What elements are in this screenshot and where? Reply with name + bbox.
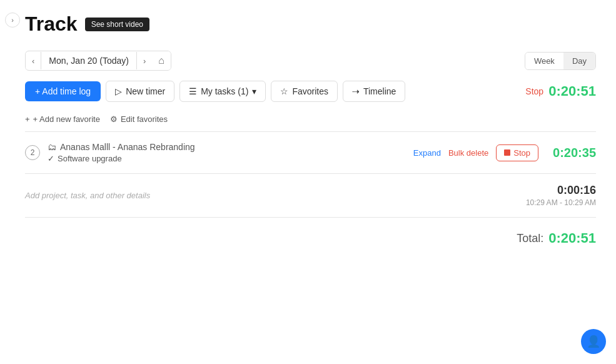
global-stop-button[interactable]: Stop [525, 86, 543, 96]
my-tasks-button[interactable]: ☰ My tasks (1) ▾ [179, 81, 266, 102]
prev-date-button[interactable]: ‹ [26, 53, 41, 69]
chevron-right-icon: › [11, 16, 14, 24]
add-new-favorite-button[interactable]: + + Add new favorite [25, 114, 100, 124]
total-time: 0:20:51 [548, 230, 596, 246]
plus-icon: + [25, 114, 30, 124]
next-date-button[interactable]: › [137, 53, 152, 69]
date-nav: ‹ Mon, Jan 20 (Today) › ⌂ [25, 51, 171, 71]
total-row: Total: 0:20:51 [25, 218, 596, 259]
single-entry-range: 10:29 AM - 10:29 AM [526, 198, 596, 207]
page-title: Track [25, 13, 78, 36]
favorites-bar: + + Add new favorite ⚙ Edit favorites [25, 112, 596, 131]
current-date-label: Mon, Jan 20 (Today) [41, 52, 137, 69]
timeline-button[interactable]: ⇢ Timeline [343, 81, 405, 102]
single-entry-times: 0:00:16 10:29 AM - 10:29 AM [526, 184, 596, 207]
expand-button[interactable]: Expand [413, 148, 441, 158]
week-view-button[interactable]: Week [525, 53, 563, 69]
timeline-icon: ⇢ [352, 86, 360, 96]
entry-actions: Expand Bulk delete Stop [413, 144, 538, 161]
page-header: Track See short video [25, 13, 596, 36]
day-view-button[interactable]: Day [563, 53, 595, 69]
single-entry-row: Add project, task, and other details 0:0… [25, 174, 596, 218]
add-details-text[interactable]: Add project, task, and other details [25, 191, 526, 200]
home-button[interactable]: ⌂ [152, 51, 171, 70]
actions-bar: + Add time log ▷ New timer ☰ My tasks (1… [25, 81, 596, 102]
toolbar: ‹ Mon, Jan 20 (Today) › ⌂ Week Day [25, 51, 596, 71]
new-timer-button[interactable]: ▷ New timer [106, 81, 174, 102]
running-timer: Stop 0:20:51 [525, 83, 596, 99]
entry-count-badge: 2 [25, 145, 40, 160]
running-time-display: 0:20:51 [548, 83, 596, 99]
briefcase-icon: 🗂 [48, 142, 56, 152]
gear-icon: ⚙ [110, 114, 118, 124]
list-icon: ☰ [189, 86, 197, 96]
play-icon: ▷ [115, 86, 122, 96]
sidebar-toggle-button[interactable]: › [5, 13, 20, 28]
entry-info: 🗂 Ananas Malll - Ananas Rebranding ✓ Sof… [48, 142, 406, 163]
entry-stop-button[interactable]: Stop [496, 144, 538, 161]
avatar-icon: 👤 [587, 335, 600, 348]
entry-row: 2 🗂 Ananas Malll - Ananas Rebranding ✓ S… [25, 142, 596, 163]
entry-project: 🗂 Ananas Malll - Ananas Rebranding [48, 142, 406, 152]
star-icon: ☆ [280, 86, 288, 96]
add-time-log-button[interactable]: + Add time log [25, 81, 101, 101]
total-label: Total: [517, 232, 543, 245]
time-entry-group: 2 🗂 Ananas Malll - Ananas Rebranding ✓ S… [25, 132, 596, 174]
entry-task: ✓ Software upgrade [48, 154, 406, 163]
dropdown-icon: ▾ [252, 86, 256, 96]
single-entry-duration: 0:00:16 [526, 184, 596, 197]
bulk-delete-button[interactable]: Bulk delete [448, 148, 488, 158]
view-toggle: Week Day [525, 52, 596, 70]
entry-duration: 0:20:35 [546, 146, 596, 160]
stop-square-icon [504, 149, 510, 156]
edit-favorites-button[interactable]: ⚙ Edit favorites [110, 114, 168, 124]
favorites-button[interactable]: ☆ Favorites [271, 81, 338, 102]
check-icon: ✓ [48, 154, 54, 163]
avatar-fab-button[interactable]: 👤 [581, 329, 606, 354]
video-badge-button[interactable]: See short video [85, 18, 149, 31]
